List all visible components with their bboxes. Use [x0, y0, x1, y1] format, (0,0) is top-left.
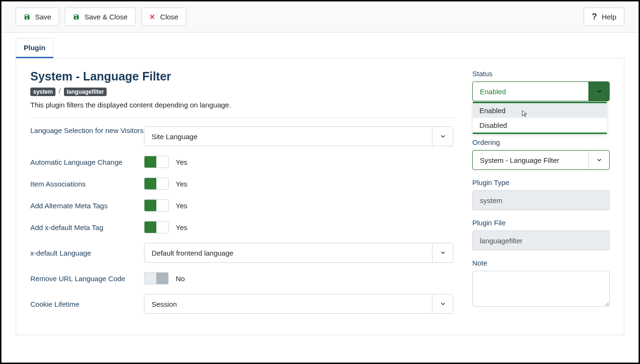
content-wrap: Plugin System - Language Filter system /…	[1, 37, 639, 335]
status-dropdown-panel: Enabled Disabled	[473, 102, 607, 134]
lang-select-label: Language Selection for new Visitors	[30, 126, 144, 134]
note-textarea[interactable]	[472, 271, 610, 307]
save-close-button[interactable]: Save & Close	[65, 8, 135, 26]
close-button[interactable]: ✕ Close	[141, 8, 186, 26]
alt-meta-toggle[interactable]	[144, 199, 169, 212]
ordering-dropdown[interactable]: System - Language Filter	[472, 150, 610, 170]
remove-url-state: No	[176, 275, 185, 283]
xdefault-meta-label: Add x-default Meta Tag	[30, 223, 144, 231]
item-assoc-label: Item Associations	[30, 180, 144, 188]
field-lang-select: Language Selection for new Visitors Site…	[30, 126, 453, 146]
chevron-down-icon	[432, 243, 453, 262]
status-option-enabled[interactable]: Enabled	[473, 103, 607, 118]
status-dropdown[interactable]: Enabled Enabled Disabled	[472, 81, 610, 101]
field-status: Status Enabled Enabled Disabled	[472, 70, 610, 101]
badges: system / languagefilter	[30, 87, 453, 96]
field-note: Note	[472, 259, 610, 309]
status-option-disabled[interactable]: Disabled	[473, 118, 607, 133]
save-close-label: Save & Close	[84, 13, 127, 21]
note-label: Note	[472, 259, 610, 267]
plugin-file-input	[472, 231, 610, 250]
toolbar-right: ? Help	[584, 8, 624, 26]
remove-url-label: Remove URL Language Code	[30, 275, 144, 283]
help-icon: ?	[592, 12, 597, 22]
plugin-description: This plugin filters the displayed conten…	[30, 101, 453, 117]
page-title: System - Language Filter	[30, 70, 453, 83]
field-ordering: Ordering System - Language Filter	[472, 138, 610, 170]
plugin-type-input	[472, 190, 610, 210]
tab-plugin[interactable]: Plugin	[16, 38, 54, 58]
xdefault-meta-toggle[interactable]	[144, 221, 169, 233]
field-auto-lang: Automatic Language Change Yes	[30, 156, 453, 168]
chevron-down-icon	[432, 127, 453, 146]
badge-type: system	[30, 88, 55, 96]
auto-lang-label: Automatic Language Change	[30, 158, 144, 166]
field-xdefault-lang: x-default Language Default frontend lang…	[30, 243, 453, 263]
help-button[interactable]: ? Help	[584, 8, 624, 26]
chevron-down-icon	[588, 151, 609, 169]
plugin-file-label: Plugin File	[472, 219, 610, 227]
save-button[interactable]: Save	[16, 8, 59, 26]
remove-url-toggle[interactable]	[144, 272, 169, 284]
item-assoc-toggle[interactable]	[144, 178, 169, 190]
badge-separator: /	[59, 87, 61, 95]
help-label: Help	[602, 13, 616, 21]
alt-meta-state: Yes	[176, 202, 187, 210]
field-item-assoc: Item Associations Yes	[30, 178, 453, 190]
lang-select-dropdown[interactable]: Site Language	[144, 126, 453, 146]
xdefault-meta-state: Yes	[176, 223, 187, 231]
cookie-label: Cookie Lifetime	[30, 300, 144, 308]
field-plugin-type: Plugin Type	[472, 178, 610, 210]
chevron-down-icon	[432, 294, 453, 313]
field-alt-meta: Add Alternate Meta Tags Yes	[30, 199, 453, 212]
status-value: Enabled	[473, 88, 588, 96]
field-plugin-file: Plugin File	[472, 219, 610, 250]
field-cookie: Cookie Lifetime Session	[30, 294, 453, 314]
main-column: System - Language Filter system / langua…	[30, 70, 453, 323]
toolbar: Save Save & Close ✕ Close ? Help	[1, 1, 639, 33]
ordering-label: Ordering	[472, 138, 610, 146]
xdefault-lang-value: Default frontend language	[144, 249, 432, 257]
alt-meta-label: Add Alternate Meta Tags	[30, 202, 144, 210]
chevron-down-icon	[588, 82, 609, 101]
xdefault-lang-dropdown[interactable]: Default frontend language	[144, 243, 453, 263]
item-assoc-state: Yes	[176, 180, 187, 188]
save-icon	[24, 14, 30, 20]
close-label: Close	[160, 13, 178, 21]
badge-file: languagefilter	[64, 88, 107, 96]
field-remove-url: Remove URL Language Code No	[30, 272, 453, 284]
save-icon	[73, 14, 80, 20]
field-xdefault-meta: Add x-default Meta Tag Yes	[30, 221, 453, 233]
close-icon: ✕	[149, 13, 155, 21]
xdefault-lang-label: x-default Language	[30, 249, 144, 257]
auto-lang-toggle[interactable]	[144, 156, 169, 168]
tabs: Plugin	[16, 37, 624, 58]
cookie-dropdown[interactable]: Session	[144, 294, 453, 314]
divider	[30, 117, 453, 118]
ordering-value: System - Language Filter	[473, 156, 588, 164]
toolbar-left: Save Save & Close ✕ Close	[16, 8, 186, 26]
sidebar-column: Status Enabled Enabled Disabled	[472, 70, 610, 323]
lang-select-value: Site Language	[144, 133, 432, 141]
form-area: System - Language Filter system / langua…	[16, 58, 624, 335]
auto-lang-state: Yes	[176, 158, 187, 166]
cookie-value: Session	[144, 300, 432, 308]
plugin-type-label: Plugin Type	[472, 178, 610, 186]
save-label: Save	[35, 13, 51, 21]
status-label: Status	[472, 70, 610, 78]
